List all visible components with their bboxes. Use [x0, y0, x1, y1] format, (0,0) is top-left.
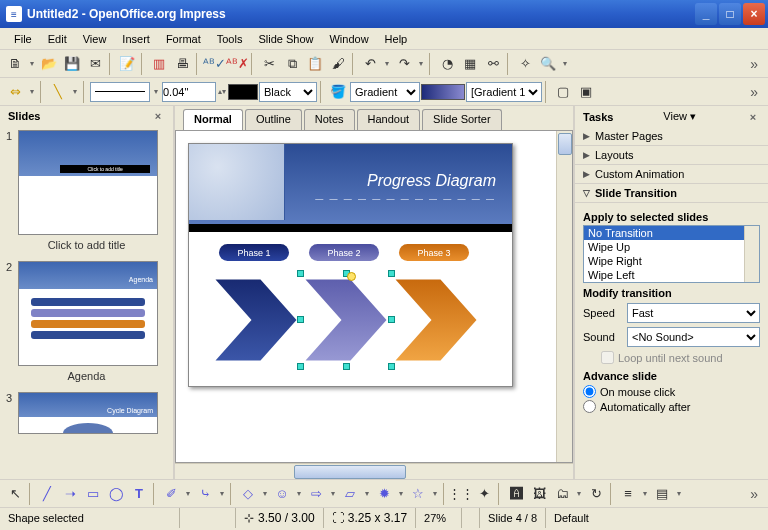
area-fill-button[interactable]: 🪣 — [327, 81, 349, 103]
fill-type-select[interactable]: Gradient — [350, 82, 420, 102]
line-color-select[interactable]: Black — [259, 82, 317, 102]
line-tool-button[interactable]: ╱ — [36, 483, 58, 505]
toolbar-overflow-icon[interactable]: » — [744, 84, 764, 100]
line-width-input[interactable] — [162, 82, 216, 102]
advance-click-radio[interactable] — [583, 385, 596, 398]
new-doc-button[interactable]: 🗎 — [4, 53, 26, 75]
tasks-view-menu[interactable]: View ▾ — [663, 110, 696, 123]
tab-handout[interactable]: Handout — [357, 109, 421, 130]
menu-format[interactable]: Format — [158, 31, 209, 47]
slide-thumb-2[interactable]: Agenda — [18, 261, 158, 366]
flowchart-button[interactable]: ▱ — [339, 483, 361, 505]
adjust-handle[interactable] — [347, 272, 356, 281]
arrow-shape-2[interactable] — [301, 274, 391, 366]
task-section-animation[interactable]: ▶Custom Animation — [575, 165, 768, 184]
block-arrows-button[interactable]: ⇨ — [305, 483, 327, 505]
menu-edit[interactable]: Edit — [40, 31, 75, 47]
selection-handle[interactable] — [297, 270, 304, 277]
crop-button[interactable]: ▣ — [575, 81, 597, 103]
transition-option[interactable]: Wipe Left — [584, 268, 759, 282]
spreadsheet-button[interactable]: ▦ — [459, 53, 481, 75]
slide-thumb-1[interactable]: Click to add title — [18, 130, 158, 235]
zoom-button[interactable]: 🔍 — [537, 53, 559, 75]
menu-slideshow[interactable]: Slide Show — [250, 31, 321, 47]
vertical-scrollbar[interactable] — [556, 131, 572, 462]
transition-option[interactable]: Wipe Up — [584, 240, 759, 254]
selection-handle[interactable] — [343, 363, 350, 370]
slide-thumb-3[interactable]: Cycle Diagram — [18, 392, 158, 434]
line-dash-button[interactable]: ╲ — [47, 81, 69, 103]
horizontal-scrollbar[interactable] — [175, 463, 573, 479]
rotate-button[interactable]: ↻ — [585, 483, 607, 505]
stepper-icon[interactable]: ▴▾ — [217, 87, 227, 96]
curve-tool-button[interactable]: ✐ — [160, 483, 182, 505]
connector-tool-button[interactable]: ⤷ — [194, 483, 216, 505]
slide-edit-area[interactable]: Progress Diagram — — — — — — — — — — — —… — [175, 130, 573, 463]
copy-button[interactable]: ⧉ — [281, 53, 303, 75]
navigator-button[interactable]: ✧ — [514, 53, 536, 75]
arrow-style-button[interactable]: ⇔ — [4, 81, 26, 103]
transition-option[interactable]: Wipe Right — [584, 254, 759, 268]
line-style-select[interactable] — [90, 82, 150, 102]
menu-tools[interactable]: Tools — [209, 31, 251, 47]
speed-select[interactable]: Fast — [627, 303, 760, 323]
stars-button[interactable]: ☆ — [407, 483, 429, 505]
task-section-layouts[interactable]: ▶Layouts — [575, 146, 768, 165]
menu-file[interactable]: File — [6, 31, 40, 47]
open-button[interactable]: 📂 — [38, 53, 60, 75]
slide-canvas[interactable]: Progress Diagram — — — — — — — — — — — —… — [188, 143, 513, 387]
transition-option[interactable]: No Transition — [584, 226, 759, 240]
edit-doc-button[interactable]: 📝 — [116, 53, 138, 75]
close-button[interactable]: × — [743, 3, 765, 25]
hyperlink-button[interactable]: ⚯ — [482, 53, 504, 75]
toolbar-overflow-icon[interactable]: » — [744, 486, 764, 502]
callouts-button[interactable]: ✹ — [373, 483, 395, 505]
list-scrollbar[interactable] — [744, 226, 759, 282]
text-tool-button[interactable]: T — [128, 483, 150, 505]
arrow-shape-1[interactable] — [211, 274, 301, 366]
autospell-button[interactable]: ᴬᴮ✗ — [226, 53, 248, 75]
menu-insert[interactable]: Insert — [114, 31, 158, 47]
sound-select[interactable]: <No Sound> — [627, 327, 760, 347]
format-paintbrush-button[interactable]: 🖌 — [327, 53, 349, 75]
maximize-button[interactable]: □ — [719, 3, 741, 25]
selection-handle[interactable] — [297, 316, 304, 323]
glue-button[interactable]: ✦ — [473, 483, 495, 505]
points-button[interactable]: ⋮⋮ — [450, 483, 472, 505]
menu-help[interactable]: Help — [377, 31, 416, 47]
cut-button[interactable]: ✂ — [258, 53, 280, 75]
fontwork-button[interactable]: 🅰 — [505, 483, 527, 505]
undo-button[interactable]: ↶ — [359, 53, 381, 75]
print-button[interactable]: 🖶 — [171, 53, 193, 75]
tasks-panel-close-icon[interactable]: × — [746, 111, 760, 123]
menu-view[interactable]: View — [75, 31, 115, 47]
select-tool-button[interactable]: ↖ — [4, 483, 26, 505]
rect-tool-button[interactable]: ▭ — [82, 483, 104, 505]
tab-outline[interactable]: Outline — [245, 109, 302, 130]
save-button[interactable]: 💾 — [61, 53, 83, 75]
selection-handle[interactable] — [297, 363, 304, 370]
ellipse-tool-button[interactable]: ◯ — [105, 483, 127, 505]
advance-auto-radio[interactable] — [583, 400, 596, 413]
arrange-button[interactable]: ▤ — [651, 483, 673, 505]
paste-button[interactable]: 📋 — [304, 53, 326, 75]
minimize-button[interactable]: _ — [695, 3, 717, 25]
symbol-shapes-button[interactable]: ☺ — [271, 483, 293, 505]
toolbar-overflow-icon[interactable]: » — [744, 56, 764, 72]
tab-slidesorter[interactable]: Slide Sorter — [422, 109, 501, 130]
transition-list[interactable]: No Transition Wipe Up Wipe Right Wipe Le… — [583, 225, 760, 283]
arrow-tool-button[interactable]: ➝ — [59, 483, 81, 505]
chart-button[interactable]: ◔ — [436, 53, 458, 75]
fill-name-select[interactable]: [Gradient 1 — [466, 82, 542, 102]
tab-normal[interactable]: Normal — [183, 109, 243, 130]
export-pdf-button[interactable]: ▥ — [148, 53, 170, 75]
from-file-button[interactable]: 🖼 — [528, 483, 550, 505]
shadow-button[interactable]: ▢ — [552, 81, 574, 103]
status-zoom[interactable]: 27% — [416, 508, 462, 528]
redo-button[interactable]: ↷ — [393, 53, 415, 75]
menu-window[interactable]: Window — [321, 31, 376, 47]
basic-shapes-button[interactable]: ◇ — [237, 483, 259, 505]
spellcheck-button[interactable]: ᴬᴮ✓ — [203, 53, 225, 75]
email-button[interactable]: ✉ — [84, 53, 106, 75]
slides-panel-close-icon[interactable]: × — [151, 110, 165, 122]
